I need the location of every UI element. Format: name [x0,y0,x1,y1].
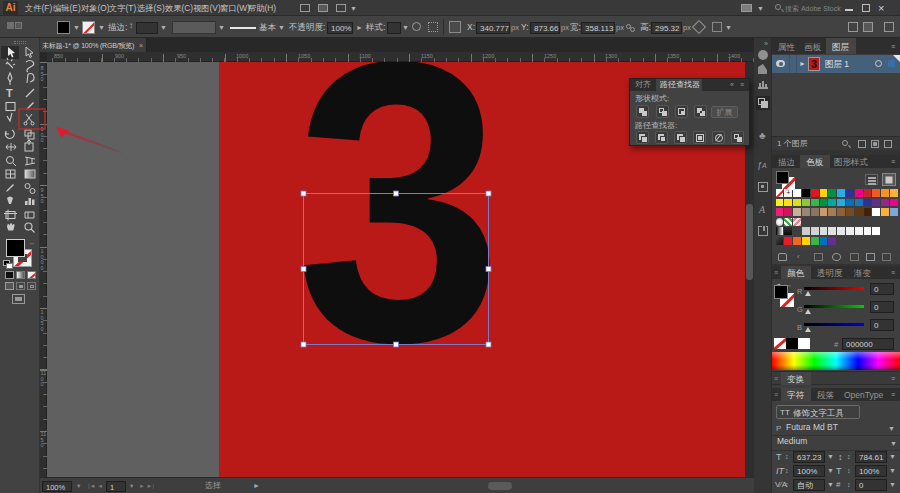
svg-text:T: T [6,87,13,99]
